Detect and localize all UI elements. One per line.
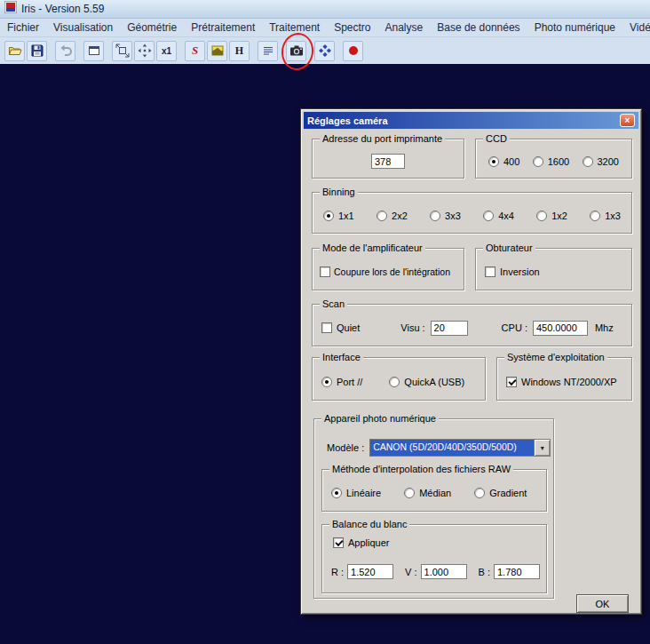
interp-median-radio[interactable]: Médian bbox=[404, 488, 451, 498]
zoom-x1-button[interactable]: x1 bbox=[156, 41, 177, 61]
radio-icon bbox=[430, 211, 440, 221]
open-button[interactable] bbox=[4, 41, 25, 61]
cpu-input[interactable] bbox=[533, 321, 588, 336]
amplifier-group: Mode de l'amplificateur Coupure lors de … bbox=[312, 248, 464, 290]
ccd-3200-radio[interactable]: 3200 bbox=[583, 156, 619, 167]
tiles-icon bbox=[318, 44, 332, 58]
radio-label: 3x3 bbox=[445, 211, 461, 221]
wb-b-input[interactable] bbox=[494, 564, 540, 579]
menu-item-visualisation[interactable]: Visualisation bbox=[46, 21, 120, 34]
scan-legend: Scan bbox=[320, 298, 347, 310]
shutter-group: Obturateur Inversion bbox=[475, 248, 632, 290]
menu-item-pretraitement[interactable]: Prétraitement bbox=[184, 21, 262, 34]
binning-4x4-radio[interactable]: 4x4 bbox=[483, 211, 514, 221]
os-windows-checkbox[interactable]: Windows NT/2000/XP bbox=[506, 377, 617, 387]
stretch-button[interactable]: S bbox=[185, 41, 205, 61]
window-titlebar[interactable]: Iris - Version 5.59 bbox=[0, 0, 650, 19]
amplifier-cutoff-checkbox[interactable]: Coupure lors de l'intégration bbox=[320, 266, 450, 277]
undo-button[interactable] bbox=[55, 41, 75, 61]
radio-label: 3200 bbox=[598, 156, 619, 167]
record-button[interactable] bbox=[343, 41, 363, 61]
scan-quiet-checkbox[interactable]: Quiet bbox=[321, 322, 360, 333]
shutter-inversion-checkbox[interactable]: Inversion bbox=[485, 266, 540, 277]
menu-item-video[interactable]: Vidéo bbox=[622, 21, 650, 34]
checkbox-label: Quiet bbox=[337, 322, 360, 333]
wb-v-input[interactable] bbox=[421, 564, 467, 579]
command-list-button[interactable] bbox=[258, 41, 278, 61]
scan-group: Scan Quiet Visu : CPU : Mhz bbox=[312, 304, 632, 346]
ccd-legend: CCD bbox=[483, 133, 510, 145]
binning-3x3-radio[interactable]: 3x3 bbox=[430, 211, 461, 221]
open-folder-icon bbox=[8, 44, 22, 58]
pan-button[interactable] bbox=[134, 41, 155, 61]
wb-apply-checkbox[interactable]: Appliquer bbox=[333, 537, 389, 548]
radio-label: 1x1 bbox=[338, 211, 354, 221]
interp-gradient-radio[interactable]: Gradient bbox=[474, 488, 527, 498]
menu-item-spectro[interactable]: Spectro bbox=[327, 21, 377, 34]
radio-label: Médian bbox=[419, 488, 451, 498]
checkbox-label: Inversion bbox=[500, 266, 540, 277]
camera-settings-button[interactable] bbox=[286, 41, 306, 61]
checkbox-icon bbox=[485, 266, 495, 277]
radio-icon bbox=[488, 156, 499, 167]
expand-button[interactable] bbox=[112, 41, 132, 61]
visu-label: Visu : bbox=[400, 322, 424, 333]
shutter-legend: Obturateur bbox=[483, 242, 535, 254]
wb-r-label: R : bbox=[331, 567, 344, 577]
interface-quicka-radio[interactable]: QuickA (USB) bbox=[389, 377, 464, 387]
ccd-400-radio[interactable]: 400 bbox=[488, 156, 519, 167]
radio-icon bbox=[474, 488, 485, 498]
interface-group: Interface Port // QuickA (USB) bbox=[312, 357, 486, 401]
radio-icon bbox=[536, 211, 547, 221]
binning-1x2-radio[interactable]: 1x2 bbox=[536, 211, 567, 221]
menu-item-base-de-donnees[interactable]: Base de données bbox=[430, 21, 527, 34]
menu-item-analyse[interactable]: Analyse bbox=[378, 21, 431, 34]
mhz-label: Mhz bbox=[595, 322, 614, 333]
binning-group: Binning 1x1 2x2 3x3 4x4 1x2 1x3 bbox=[312, 192, 632, 234]
printer-port-input[interactable] bbox=[371, 154, 405, 169]
threshold-icon bbox=[210, 44, 225, 58]
model-combobox[interactable]: CANON (5D/20D/40D/350D/500D) ▼ bbox=[369, 439, 551, 457]
wb-r-input[interactable] bbox=[347, 564, 393, 579]
model-row: Modèle : CANON (5D/20D/40D/350D/500D) ▼ bbox=[327, 439, 551, 457]
radio-label: 1x2 bbox=[551, 211, 567, 221]
wb-v-label: V : bbox=[405, 567, 416, 577]
menu-item-geometrie[interactable]: Géométrie bbox=[120, 21, 184, 34]
tiles-button[interactable] bbox=[314, 41, 335, 61]
save-button[interactable] bbox=[27, 41, 47, 61]
interp-lineaire-radio[interactable]: Linéaire bbox=[331, 488, 381, 498]
combo-dropdown-button[interactable]: ▼ bbox=[534, 440, 550, 456]
undo-icon bbox=[59, 44, 73, 58]
window-icon bbox=[87, 44, 101, 58]
binning-legend: Binning bbox=[320, 187, 358, 198]
pan-arrows-icon bbox=[138, 44, 152, 58]
radio-label: QuickA (USB) bbox=[404, 377, 464, 387]
radio-label: 1600 bbox=[548, 156, 569, 167]
radio-label: 4x4 bbox=[498, 211, 514, 221]
interface-port-radio[interactable]: Port // bbox=[321, 377, 362, 387]
radio-icon bbox=[331, 488, 342, 498]
toolbar: x1 S H bbox=[0, 37, 650, 64]
visu-input[interactable] bbox=[431, 321, 468, 336]
checkbox-icon bbox=[333, 537, 344, 548]
histogram-h-icon: H bbox=[235, 44, 243, 58]
binning-2x2-radio[interactable]: 2x2 bbox=[377, 211, 408, 221]
binning-1x3-radio[interactable]: 1x3 bbox=[590, 211, 621, 221]
ccd-group: CCD 400 1600 3200 bbox=[475, 139, 632, 179]
close-button[interactable]: × bbox=[620, 114, 635, 127]
menu-item-fichier[interactable]: Fichier bbox=[0, 21, 46, 34]
window-button[interactable] bbox=[83, 41, 104, 61]
dialog-titlebar[interactable]: Réglages caméra × bbox=[304, 112, 638, 129]
os-legend: Système d'exploitation bbox=[504, 352, 607, 363]
menu-item-photo-numerique[interactable]: Photo numérique bbox=[527, 21, 622, 34]
histogram-button[interactable]: H bbox=[229, 41, 250, 61]
ccd-1600-radio[interactable]: 1600 bbox=[533, 156, 569, 167]
radio-icon bbox=[377, 211, 387, 221]
threshold-button[interactable] bbox=[207, 41, 227, 61]
ok-button[interactable]: OK bbox=[576, 594, 629, 613]
menu-bar: Fichier Visualisation Géométrie Prétrait… bbox=[0, 19, 650, 37]
menu-item-traitement[interactable]: Traitement bbox=[262, 21, 327, 34]
binning-1x1-radio[interactable]: 1x1 bbox=[323, 211, 354, 221]
camera-settings-dialog: Réglages caméra × Adresse du port imprim… bbox=[300, 108, 642, 615]
iris-application-window: Iris - Version 5.59 Fichier Visualisatio… bbox=[0, 0, 650, 644]
